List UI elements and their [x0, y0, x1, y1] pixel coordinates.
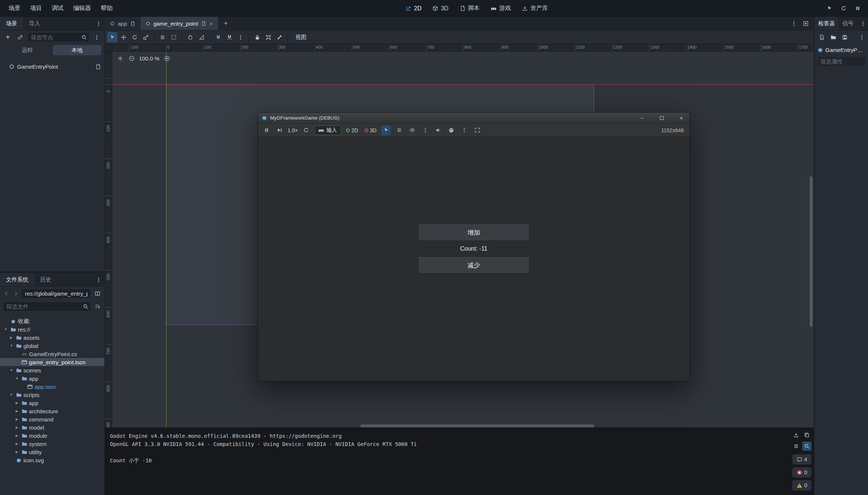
zoom-level-label[interactable]: 100.0 % — [139, 55, 159, 62]
instance-scene-icon[interactable] — [15, 32, 25, 42]
fs-tree-item-app[interactable]: ▶app — [0, 399, 104, 407]
fs-tree-item-scripts[interactable]: ▼scripts — [0, 391, 104, 399]
tree-arrow-icon[interactable]: ▶ — [14, 434, 20, 437]
snap-indicator-icon[interactable] — [116, 54, 124, 62]
vertical-scrollbar[interactable] — [810, 176, 813, 327]
pause-game-icon[interactable] — [852, 3, 863, 14]
tab-filesystem[interactable]: 文件系统 — [0, 273, 34, 286]
tree-arrow-icon[interactable]: ▶ — [9, 336, 14, 339]
fs-tree-item-scenes[interactable]: ▼scenes — [0, 366, 104, 374]
copy-log-icon[interactable] — [802, 430, 812, 440]
fs-tree-item-res[interactable]: ▼res:// — [0, 325, 104, 333]
split-view-icon[interactable] — [93, 288, 102, 299]
fs-tree-item-[interactable]: 收藏: — [0, 317, 104, 325]
fs-tree-item-command[interactable]: ▶command — [0, 415, 104, 423]
tree-arrow-icon[interactable]: ▶ — [14, 426, 20, 429]
fs-tree-item-gameentrypoint.cs[interactable]: GameEntryPoint.cs — [0, 350, 104, 358]
fs-tree-item-assets[interactable]: ▶assets — [0, 333, 104, 342]
fullscreen-icon[interactable] — [472, 126, 482, 135]
fs-tree-item-system[interactable]: ▶system — [0, 440, 104, 448]
reset-speed-icon[interactable] — [301, 126, 311, 135]
restart-game-icon[interactable] — [838, 3, 849, 14]
tree-arrow-icon[interactable]: ▶ — [14, 417, 20, 421]
input-mode-button[interactable]: 输入 — [314, 126, 341, 135]
workspace-game[interactable]: 游戏 — [491, 4, 511, 12]
tab-signals[interactable]: 信号 — [839, 17, 857, 30]
lock-selected-icon[interactable] — [252, 32, 262, 42]
message-count-badge[interactable]: 4 — [792, 454, 812, 465]
filter-files-input[interactable] — [3, 302, 91, 312]
tree-arrow-icon[interactable]: ▼ — [9, 344, 14, 348]
decrease-button[interactable]: 减少 — [418, 257, 529, 274]
resource-options-icon[interactable] — [858, 32, 866, 42]
log-filter-icon[interactable] — [791, 442, 801, 451]
add-node-button[interactable]: + — [3, 32, 13, 42]
zoom-in-icon[interactable] — [163, 54, 171, 62]
fs-tree-item-global[interactable]: ▼global — [0, 342, 104, 350]
list-select-tool-icon[interactable] — [157, 32, 168, 42]
tree-arrow-icon[interactable]: ▶ — [14, 442, 20, 446]
scene-tree-menu-icon[interactable] — [91, 32, 102, 42]
attached-script-icon[interactable] — [95, 64, 101, 69]
scene-dock-menu-icon[interactable] — [94, 18, 103, 29]
nav-back-icon[interactable] — [3, 288, 10, 299]
menu-scene[interactable]: 场景 — [4, 3, 25, 14]
menu-editor[interactable]: 编辑器 — [68, 3, 96, 14]
scene-tree-root-node[interactable]: GameEntryPoint — [0, 61, 104, 72]
camera-override-icon[interactable] — [407, 126, 417, 135]
save-resource-icon[interactable] — [840, 32, 849, 42]
tree-arrow-icon[interactable]: ▶ — [14, 450, 20, 454]
tree-arrow-icon[interactable]: ▶ — [14, 409, 20, 413]
inspected-node-row[interactable]: GameEntryPoint — [814, 44, 868, 56]
scene-tab-app[interactable]: app — [105, 17, 140, 30]
minimize-window-icon[interactable]: − — [634, 113, 650, 123]
fs-tree-item-module[interactable]: ▶module — [0, 432, 104, 440]
fs-dock-menu-icon[interactable] — [94, 274, 103, 285]
horizontal-scrollbar[interactable] — [360, 424, 595, 427]
inspector-dock-menu-icon[interactable] — [859, 18, 867, 29]
workspace-3d[interactable]: 3D — [433, 5, 448, 12]
log-search-icon[interactable] — [802, 442, 812, 451]
tree-arrow-icon[interactable]: ▼ — [9, 368, 14, 372]
move-tool-icon[interactable] — [118, 32, 129, 42]
view-menu-button[interactable]: 视图 — [291, 34, 311, 41]
snap-options-icon[interactable] — [235, 32, 246, 42]
warning-count-badge[interactable]: 0 — [792, 480, 812, 491]
fs-tree-item-architecture[interactable]: ▶architecture — [0, 407, 104, 415]
file-sort-icon[interactable] — [93, 301, 102, 312]
scene-tab-game-entry-point[interactable]: game_entry_point × — [140, 17, 218, 30]
fs-tree-item-utility[interactable]: ▶utility — [0, 448, 104, 456]
increase-button[interactable]: 增加 — [418, 224, 529, 241]
fs-tree-item-icon.svg[interactable]: icon.svg — [0, 456, 104, 464]
workspace-script[interactable]: 脚本 — [460, 4, 480, 12]
tab-history[interactable]: 历史 — [34, 273, 57, 286]
new-resource-icon[interactable] — [817, 32, 826, 42]
scale-tool-icon[interactable] — [140, 32, 151, 42]
smart-snap-icon[interactable] — [213, 32, 223, 42]
menu-project[interactable]: 项目 — [25, 3, 47, 14]
local-mode-button[interactable]: 本地 — [53, 45, 101, 55]
workspace-assetlib[interactable]: 资产库 — [522, 4, 548, 12]
load-resource-icon[interactable] — [828, 32, 838, 42]
close-tab-icon[interactable]: × — [209, 20, 213, 27]
skeleton-options-icon[interactable] — [274, 32, 285, 42]
suspend-game-icon[interactable] — [262, 126, 271, 135]
scene-tabs-menu-icon[interactable] — [788, 18, 799, 29]
fs-tree-item-game_entry_point.tscn[interactable]: game_entry_point.tscn — [0, 358, 104, 366]
pan-tool-icon[interactable] — [185, 32, 195, 42]
workspace-2d[interactable]: 2D — [406, 5, 421, 12]
mode-2d-button[interactable]: 2D — [344, 126, 360, 135]
mute-audio-icon[interactable] — [433, 126, 443, 135]
camera-options-icon[interactable] — [420, 126, 430, 135]
zoom-out-icon[interactable] — [127, 54, 136, 62]
game-select-mode-icon[interactable] — [824, 3, 835, 14]
select-tool-icon[interactable] — [107, 32, 117, 42]
distraction-free-icon[interactable] — [800, 18, 811, 29]
fs-tree-item-app[interactable]: ▼app — [0, 374, 104, 382]
more-options-icon[interactable] — [459, 126, 469, 135]
game-window-titlebar[interactable]: MyGFrameworkGame (DEBUG) − × — [258, 113, 690, 124]
maximize-window-icon[interactable] — [653, 113, 670, 123]
filter-properties-input[interactable] — [817, 56, 866, 66]
time-scale-label[interactable]: 1.0× — [288, 127, 298, 133]
select-list-icon[interactable] — [394, 126, 404, 135]
